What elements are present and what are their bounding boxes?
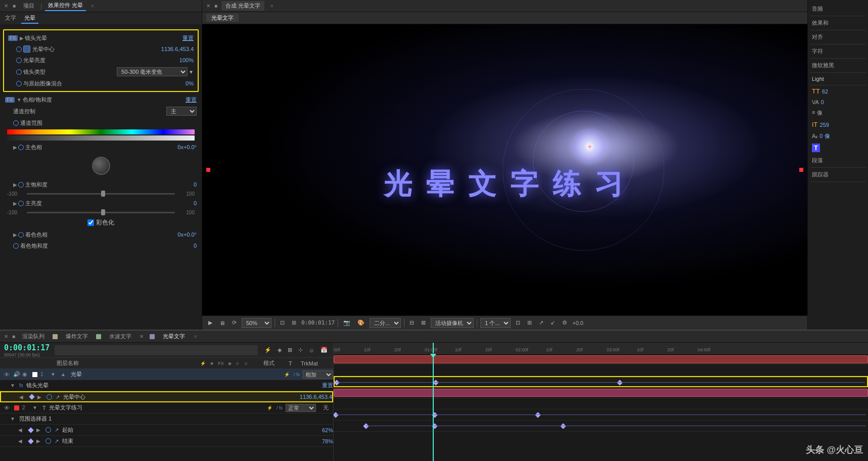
kf-start-left[interactable] — [334, 412, 339, 418]
expand-lensflare[interactable]: ▼ — [10, 383, 17, 388]
character-item[interactable]: 字符 — [810, 44, 866, 59]
effects-item[interactable]: 效果和 — [810, 16, 866, 30]
tl-btn-6[interactable]: 📅 — [319, 346, 329, 354]
close-btn[interactable]: ✕ — [4, 3, 8, 9]
hue-knob[interactable] — [92, 157, 110, 175]
eye-guangyun-icon[interactable]: 👁 — [4, 372, 11, 378]
tl-btn-3[interactable]: ⊠ — [286, 346, 294, 354]
tab-baozha[interactable]: 爆炸文字 — [63, 332, 91, 341]
stopwatch-start-icon[interactable] — [45, 427, 51, 433]
kf-start-mid[interactable] — [432, 412, 437, 418]
sat-expand[interactable]: ▶ — [13, 182, 17, 188]
count-select[interactable]: 1 个... — [480, 318, 511, 328]
tint-hue-value[interactable]: 0x+0.0° — [177, 232, 197, 238]
kf-end-mid[interactable] — [432, 423, 437, 429]
kf-end-left[interactable] — [363, 423, 369, 429]
tab-wenzi[interactable]: 文字 — [2, 13, 19, 24]
lens-flare-reset[interactable]: 重置 — [322, 382, 333, 389]
hue-expand[interactable]: ▶ — [13, 145, 17, 150]
kf-end[interactable] — [28, 438, 33, 444]
color-correction-reset[interactable]: 重置 — [186, 96, 197, 104]
expand2-layer1[interactable]: ▲ — [61, 372, 68, 377]
region-btn[interactable]: ⊡ — [278, 318, 287, 327]
stopwatch-end-icon[interactable] — [45, 438, 51, 444]
stopwatch-bright-icon[interactable] — [18, 201, 24, 206]
kf-nav-end-right[interactable]: ▶ — [36, 438, 43, 444]
layer2-mode-select[interactable]: 正常 — [286, 404, 316, 412]
stopwatch-sat-icon[interactable] — [18, 182, 24, 188]
audio-icon[interactable]: 🔊 — [13, 371, 20, 378]
expand-range[interactable]: ▼ — [10, 416, 17, 422]
export-btn[interactable]: ↗ — [537, 318, 545, 327]
keyframe-indicator[interactable] — [29, 394, 34, 399]
composition-tab[interactable]: 合成 光晕文字 — [221, 1, 264, 11]
track-bar-1[interactable] — [334, 355, 868, 363]
reset-button[interactable]: 重置 — [182, 34, 194, 42]
expand-layer2[interactable]: ▼ — [32, 405, 39, 410]
share-btn[interactable]: ↙ — [549, 318, 557, 327]
text-color-icon[interactable]: T — [812, 144, 820, 152]
timeline-options-icon[interactable]: ≡ — [194, 334, 197, 339]
expand-arrow-2[interactable]: ▼ — [17, 97, 22, 103]
layer1-mode[interactable]: 相加 — [303, 371, 333, 379]
kf-nav-left[interactable]: ◀ — [19, 394, 26, 400]
track-bar-4[interactable] — [334, 389, 868, 397]
hue-value[interactable]: 0x+0.0° — [177, 144, 197, 150]
tint-sat-value[interactable]: 0 — [194, 243, 197, 249]
comp-menu-icon[interactable]: ■ — [214, 3, 217, 9]
grid-btn[interactable]: ⊟ — [407, 318, 416, 327]
colorize-checkbox[interactable] — [87, 219, 94, 226]
tab-guangyun-tl[interactable]: 光晕文字 — [160, 332, 188, 341]
align-left-icon[interactable]: ≡ — [812, 109, 815, 117]
flare-brightness-value[interactable]: 100% — [179, 57, 194, 63]
audio-item[interactable]: 音频 — [810, 2, 866, 16]
layer1-mode-select[interactable]: 相加 — [303, 371, 333, 379]
expand-layer1[interactable]: ▼ — [51, 372, 58, 377]
channel-control-select[interactable]: 主 — [166, 107, 197, 116]
tracker-item[interactable]: 跟踪器 — [810, 168, 866, 182]
kf-nav-start-left[interactable]: ◀ — [18, 427, 25, 433]
kf-diamond-right[interactable] — [617, 380, 622, 385]
tracking-value[interactable]: 0 — [821, 99, 824, 105]
layer2-mode[interactable]: 正常 — [286, 404, 316, 412]
camera-icon-btn[interactable]: 📷 — [341, 318, 352, 327]
render-btn[interactable]: ▶ — [206, 318, 214, 327]
zoom-select[interactable]: 50% 100% 25% — [242, 318, 271, 328]
tl-btn-4[interactable]: ⊹ — [297, 346, 304, 354]
saturation-value[interactable]: 0 — [194, 181, 197, 188]
tl-btn-1[interactable]: ⚡ — [263, 346, 273, 354]
saturation-slider[interactable] — [27, 193, 175, 195]
kf-end-right[interactable] — [560, 423, 566, 429]
blend-value[interactable]: 0% — [186, 80, 194, 86]
tab-shuibo[interactable]: 水波文字 — [106, 332, 134, 341]
camera-select[interactable]: 活动摄像机 — [431, 318, 474, 328]
range-end-value[interactable]: 78% — [322, 438, 333, 444]
snap-btn[interactable]: ⊞ — [290, 318, 298, 327]
kf-diamond-mid[interactable] — [433, 380, 438, 385]
flare-center-value[interactable]: 1136.6,453.4 — [161, 46, 194, 52]
color-select[interactable]: 二分... — [370, 318, 401, 328]
font-size-value[interactable]: 62 — [822, 88, 828, 95]
tab-close-icon[interactable]: ✕ — [140, 334, 144, 339]
bright-expand[interactable]: ▶ — [13, 201, 17, 206]
brightness-value[interactable]: 0 — [194, 200, 197, 206]
stopwatch-hue-icon[interactable] — [18, 145, 24, 150]
layer-guangyun[interactable]: 👁 🔊 ◉ 1 ▼ ▲ 光晕 ⚡ / fx 相加 — [0, 369, 333, 380]
comp-btn[interactable]: ⊡ — [514, 318, 522, 327]
kf-diamond-left[interactable] — [334, 380, 339, 385]
expand-arrow[interactable]: ▶ — [20, 35, 24, 41]
kf-start-right[interactable] — [535, 412, 540, 418]
search-box[interactable] — [55, 345, 257, 355]
baseline-value[interactable]: 0 像 — [819, 132, 830, 140]
stopwatch-tinthue-icon[interactable] — [18, 232, 24, 238]
comp-subtab-label[interactable]: 光晕文字 — [206, 14, 239, 22]
tint-hue-expand[interactable]: ▶ — [13, 232, 17, 238]
monitor-btn[interactable]: 🖥 — [217, 319, 227, 327]
effect-controls-tab[interactable]: 效果控件 光晕 — [45, 1, 86, 11]
timeline-close-icon[interactable]: ✕ — [4, 334, 8, 339]
leading-value[interactable]: 259 — [820, 122, 829, 128]
tab-guangyun[interactable]: 光晕 — [21, 13, 38, 24]
stopwatch-tintsat-icon[interactable] — [13, 243, 19, 249]
stopwatch-channel-icon[interactable] — [13, 120, 19, 126]
brightness-slider[interactable] — [27, 212, 175, 213]
